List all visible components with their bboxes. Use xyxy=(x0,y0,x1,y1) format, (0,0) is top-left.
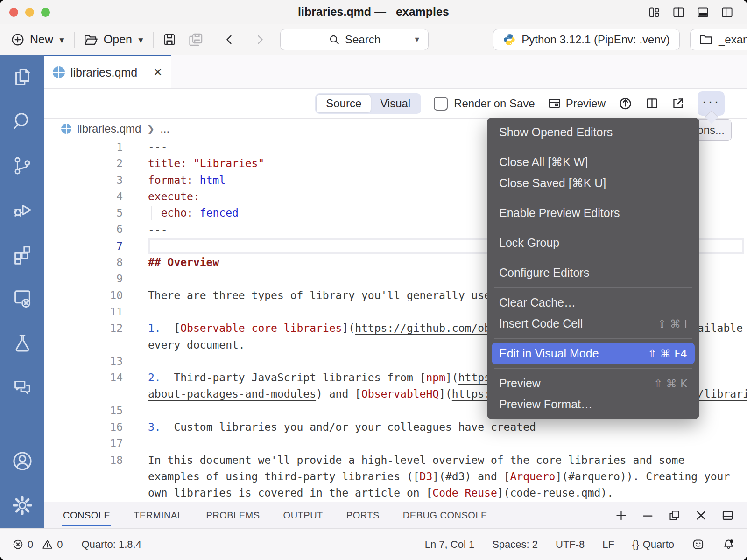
open-label: Open xyxy=(104,33,132,46)
line-number xyxy=(44,485,148,501)
code-text: own libraries is covered in the article … xyxy=(148,485,747,501)
extensions-icon[interactable] xyxy=(10,242,35,266)
customize-layout-icon[interactable] xyxy=(647,5,661,19)
split-editor-icon[interactable] xyxy=(645,97,659,110)
source-mode-button[interactable]: Source xyxy=(317,95,371,112)
toggle-panel-icon[interactable] xyxy=(696,5,710,19)
close-window-button[interactable] xyxy=(9,8,18,17)
tab-libraries-qmd[interactable]: libraries.qmd ✕ xyxy=(44,55,171,88)
search-icon[interactable] xyxy=(10,109,35,133)
minimize-window-button[interactable] xyxy=(25,8,34,17)
workspace-folder-button[interactable]: _examples xyxy=(690,29,747,50)
panel-tab-terminal[interactable]: TERMINAL xyxy=(133,504,183,526)
visual-mode-button[interactable]: Visual xyxy=(371,95,420,112)
menu-item-shortcut: ⇧ ⌘ K xyxy=(654,378,687,390)
chevron-down-icon: ▼ xyxy=(413,35,421,44)
close-icon[interactable] xyxy=(695,509,707,522)
panel-tab-debug-console[interactable]: DEBUG CONSOLE xyxy=(402,504,488,526)
run-debug-icon[interactable] xyxy=(10,198,35,222)
settings-gear-icon[interactable] xyxy=(10,493,35,518)
line-number xyxy=(44,337,148,353)
menu-item-insert-code-cell[interactable]: Insert Code Cell⇧ ⌘ I xyxy=(487,313,699,334)
menu-item-label: Preview Format… xyxy=(499,398,592,411)
chevron-down-icon: ▼ xyxy=(58,36,66,45)
warning-icon xyxy=(42,539,53,550)
menu-item-label: Clear Cache… xyxy=(499,296,576,309)
panel-tab-ports[interactable]: PORTS xyxy=(345,504,381,526)
language-mode-status[interactable]: {} Quarto xyxy=(632,539,674,551)
menu-item-preview-format[interactable]: Preview Format… xyxy=(487,394,699,415)
remote-explorer-icon[interactable] xyxy=(10,287,35,311)
render-icon[interactable] xyxy=(618,96,633,111)
explorer-icon[interactable] xyxy=(10,65,35,89)
account-icon[interactable] xyxy=(10,449,35,473)
menu-item-clear-cache[interactable]: Clear Cache… xyxy=(487,292,699,313)
comments-icon[interactable] xyxy=(10,375,35,399)
save-icon[interactable] xyxy=(162,32,177,47)
line-number: 18 xyxy=(44,452,148,469)
panel-tab-console[interactable]: CONSOLE xyxy=(62,504,111,526)
toggle-sidebar-icon[interactable] xyxy=(720,5,734,19)
menu-item-preview[interactable]: Preview⇧ ⌘ K xyxy=(487,373,699,394)
menu-item-edit-in-visual-mode[interactable]: Edit in Visual Mode⇧ ⌘ F4 xyxy=(492,343,695,364)
code-line[interactable]: 17 xyxy=(44,435,747,452)
minimize-icon[interactable] xyxy=(641,509,654,522)
menu-item-label: Close Saved [⌘K U] xyxy=(499,176,606,190)
indentation-status[interactable]: Spaces: 2 xyxy=(492,539,538,551)
restore-icon[interactable] xyxy=(668,509,681,522)
new-button[interactable]: New ▼ xyxy=(10,32,66,47)
save-all-icon xyxy=(188,32,204,48)
notifications-bell-icon[interactable] xyxy=(722,538,735,551)
menu-item-close-all-k-w[interactable]: Close All [⌘K W] xyxy=(487,152,699,173)
divider xyxy=(153,32,154,48)
panel-tab-output[interactable]: OUTPUT xyxy=(282,504,324,526)
menu-item-configure-editors[interactable]: Configure Editors xyxy=(487,262,699,283)
preview-button[interactable]: Preview xyxy=(548,97,606,110)
maximize-window-button[interactable] xyxy=(41,8,50,17)
split-editor-layout-icon[interactable] xyxy=(671,5,685,19)
cursor-position-status[interactable]: Ln 7, Col 1 xyxy=(425,539,474,551)
app-window: libraries.qmd — _examples New ▼ Open xyxy=(0,0,747,560)
line-number: 8 xyxy=(44,254,148,271)
testing-icon[interactable] xyxy=(10,331,35,355)
close-tab-icon[interactable]: ✕ xyxy=(153,66,162,79)
breadcrumb-more[interactable]: ... xyxy=(160,122,169,135)
chevron-down-icon: ▼ xyxy=(137,36,145,45)
breadcrumb-file[interactable]: libraries.qmd xyxy=(77,122,141,135)
code-line[interactable]: own libraries is covered in the article … xyxy=(44,485,747,501)
interpreter-selector[interactable]: Python 3.12.1 (PipEnv: .venv) xyxy=(493,29,680,50)
line-number: 9 xyxy=(44,271,148,287)
editor-actions-context-menu: Show Opened EditorsClose All [⌘K W]Close… xyxy=(487,118,699,419)
menu-item-label: Insert Code Cell xyxy=(499,317,583,330)
open-button[interactable]: Open ▼ xyxy=(83,32,145,48)
traffic-lights xyxy=(9,8,50,17)
panel-tab-problems[interactable]: PROBLEMS xyxy=(205,504,261,526)
encoding-status[interactable]: UTF-8 xyxy=(556,539,585,551)
python-icon xyxy=(503,33,516,46)
titlebar: libraries.qmd — _examples xyxy=(0,0,747,24)
quarto-version-status[interactable]: Quarto: 1.8.4 xyxy=(82,539,141,551)
menu-item-shortcut: ⇧ ⌘ I xyxy=(657,318,687,330)
code-line[interactable]: 18In this document we'll provide a high-… xyxy=(44,452,747,469)
line-number: 16 xyxy=(44,419,148,435)
eol-status[interactable]: LF xyxy=(602,539,614,551)
code-line[interactable]: examples of using third-party libraries … xyxy=(44,469,747,485)
line-number: 15 xyxy=(44,403,148,419)
menu-item-enable-preview-editors[interactable]: Enable Preview Editors xyxy=(487,203,699,224)
menu-separator xyxy=(494,338,692,339)
code-line[interactable]: 163. Custom libraries you and/or your co… xyxy=(44,419,747,435)
plus-icon[interactable] xyxy=(615,509,627,522)
menu-item-show-opened-editors[interactable]: Show Opened Editors xyxy=(487,122,699,143)
search-input[interactable]: Search ▼ xyxy=(280,29,429,50)
feedback-icon[interactable] xyxy=(692,538,705,551)
back-icon[interactable] xyxy=(223,33,236,46)
open-in-new-window-icon[interactable] xyxy=(671,97,685,110)
render-on-save-checkbox[interactable] xyxy=(434,97,448,111)
menu-item-close-saved-k-u[interactable]: Close Saved [⌘K U] xyxy=(487,173,699,194)
problems-status[interactable]: 0 0 xyxy=(12,539,63,551)
divider xyxy=(74,32,75,48)
panel-layout-icon[interactable] xyxy=(721,509,734,522)
line-number: 5 xyxy=(44,205,148,221)
source-control-icon[interactable] xyxy=(10,154,35,178)
menu-item-lock-group[interactable]: Lock Group xyxy=(487,232,699,253)
